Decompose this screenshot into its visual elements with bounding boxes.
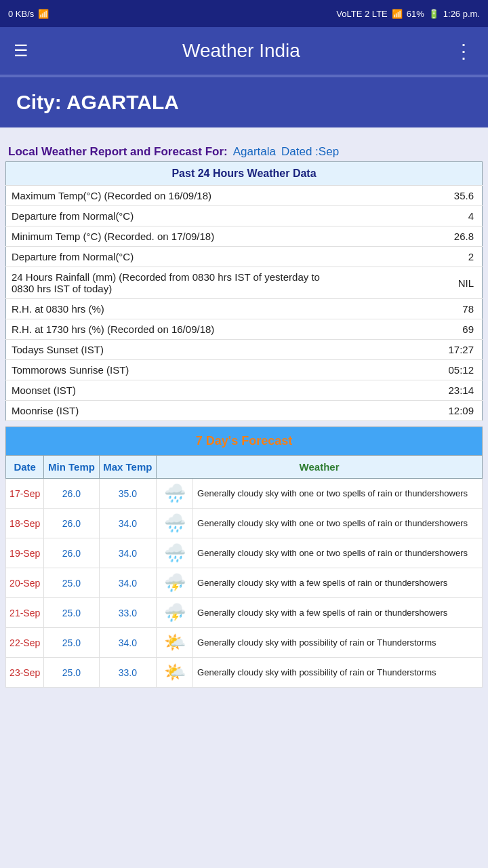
forecast-min-temp: 26.0 — [44, 479, 99, 509]
row-value: 12:09 — [330, 401, 483, 421]
row-value: 2 — [330, 247, 483, 267]
table-row: Departure from Normal(°C)4 — [6, 206, 483, 226]
battery-icon: 🔋 — [428, 9, 439, 19]
data-speed: 0 KB/s — [8, 9, 34, 19]
forecast-min-temp: 26.0 — [44, 509, 99, 538]
forecast-row: 19-Sep26.034.0🌧️Generally cloudy sky wit… — [6, 538, 483, 568]
menu-button[interactable]: ☰ — [14, 41, 28, 60]
forecast-header: 7 Day's Forecast — [5, 427, 483, 455]
forecast-weather-icon: 🌤️ — [157, 628, 193, 658]
table-row: R.H. at 1730 hrs (%) (Recorded on 16/09/… — [6, 319, 483, 340]
past-24-hours-table: Past 24 Hours Weather Data Maximum Temp(… — [5, 161, 483, 421]
forecast-weather-desc: Generally cloudy sky with one or two spe… — [193, 538, 483, 568]
status-left: 0 KB/s 📶 — [8, 9, 49, 19]
more-options-button[interactable]: ⋮ — [454, 40, 474, 62]
forecast-date: 21-Sep — [6, 598, 44, 628]
table-row: Maximum Temp(°C) (Recorded on 16/09/18)3… — [6, 186, 483, 206]
carrier-info: VoLTE 2 LTE — [336, 9, 387, 19]
forecast-weather-desc: Generally cloudy sky with possibility of… — [193, 628, 483, 658]
forecast-date: 19-Sep — [6, 538, 44, 568]
forecast-max-temp: 35.0 — [99, 479, 157, 509]
battery-level: 61% — [407, 9, 424, 19]
row-label: R.H. at 1730 hrs (%) (Recorded on 16/09/… — [6, 319, 330, 340]
row-value: NIL — [330, 267, 483, 299]
status-right: VoLTE 2 LTE 📶 61% 🔋 1:26 p.m. — [336, 9, 480, 19]
forecast-date: 18-Sep — [6, 509, 44, 538]
forecast-row: 21-Sep25.033.0⛈️Generally cloudy sky wit… — [6, 598, 483, 628]
col-date: Date — [6, 456, 44, 479]
wifi-icon: 📶 — [38, 9, 49, 19]
app-title: Weather India — [182, 40, 300, 62]
report-city: Agartala — [233, 145, 276, 159]
forecast-date: 20-Sep — [6, 568, 44, 598]
forecast-min-temp: 25.0 — [44, 598, 99, 628]
forecast-min-temp: 25.0 — [44, 658, 99, 688]
report-date: Dated :Sep — [281, 145, 339, 159]
clock: 1:26 p.m. — [443, 9, 480, 19]
row-label: Departure from Normal(°C) — [6, 206, 330, 226]
table-row: Departure from Normal(°C)2 — [6, 247, 483, 267]
forecast-table: Date Min Temp Max Temp Weather 17-Sep26.… — [5, 455, 483, 688]
forecast-row: 23-Sep25.033.0🌤️Generally cloudy sky wit… — [6, 658, 483, 688]
row-label: Tommorows Sunrise (IST) — [6, 360, 330, 380]
table-section-header: Past 24 Hours Weather Data — [6, 162, 483, 186]
city-banner: City: AGARTALA — [0, 77, 488, 127]
forecast-min-temp: 25.0 — [44, 568, 99, 598]
table-row: R.H. at 0830 hrs (%)78 — [6, 299, 483, 319]
forecast-max-temp: 34.0 — [99, 538, 157, 568]
row-label: Departure from Normal(°C) — [6, 247, 330, 267]
forecast-weather-desc: Generally cloudy sky with a few spells o… — [193, 598, 483, 628]
row-label: Minimum Temp (°C) (Recorded. on 17/09/18… — [6, 226, 330, 247]
forecast-min-temp: 25.0 — [44, 628, 99, 658]
forecast-weather-icon: ⛈️ — [157, 598, 193, 628]
forecast-weather-icon: 🌧️ — [157, 509, 193, 538]
forecast-max-temp: 34.0 — [99, 509, 157, 538]
status-bar: 0 KB/s 📶 VoLTE 2 LTE 📶 61% 🔋 1:26 p.m. — [0, 0, 488, 27]
app-bar: ☰ Weather India ⋮ — [0, 27, 488, 75]
col-weather: Weather — [157, 456, 483, 479]
forecast-weather-icon: ⛈️ — [157, 568, 193, 598]
forecast-max-temp: 34.0 — [99, 568, 157, 598]
forecast-row: 18-Sep26.034.0🌧️Generally cloudy sky wit… — [6, 509, 483, 538]
table-row: Minimum Temp (°C) (Recorded. on 17/09/18… — [6, 226, 483, 247]
forecast-weather-desc: Generally cloudy sky with possibility of… — [193, 658, 483, 688]
forecast-min-temp: 26.0 — [44, 538, 99, 568]
row-label: Moonrise (IST) — [6, 401, 330, 421]
forecast-max-temp: 33.0 — [99, 598, 157, 628]
city-name: City: AGARTALA — [16, 91, 179, 113]
row-label: Moonset (IST) — [6, 380, 330, 401]
table-row: Todays Sunset (IST)17:27 — [6, 340, 483, 360]
table-row: Moonset (IST)23:14 — [6, 380, 483, 401]
row-value: 69 — [330, 319, 483, 340]
row-value: 23:14 — [330, 380, 483, 401]
forecast-max-temp: 34.0 — [99, 628, 157, 658]
table-row: Tommorows Sunrise (IST)05:12 — [6, 360, 483, 380]
row-value: 17:27 — [330, 340, 483, 360]
forecast-date: 22-Sep — [6, 628, 44, 658]
report-header: Local Weather Report and Forecast For: A… — [5, 145, 483, 159]
row-label: Maximum Temp(°C) (Recorded on 16/09/18) — [6, 186, 330, 206]
row-value: 78 — [330, 299, 483, 319]
col-max-temp: Max Temp — [99, 456, 157, 479]
row-label: R.H. at 0830 hrs (%) — [6, 299, 330, 319]
main-content: Local Weather Report and Forecast For: A… — [0, 138, 488, 694]
forecast-weather-icon: 🌤️ — [157, 658, 193, 688]
row-value: 4 — [330, 206, 483, 226]
forecast-row: 22-Sep25.034.0🌤️Generally cloudy sky wit… — [6, 628, 483, 658]
col-min-temp: Min Temp — [44, 456, 99, 479]
forecast-row: 17-Sep26.035.0🌧️Generally cloudy sky wit… — [6, 479, 483, 509]
past24-title: Past 24 Hours Weather Data — [6, 162, 483, 186]
report-title: Local Weather Report and Forecast For: — [8, 145, 228, 159]
row-label: Todays Sunset (IST) — [6, 340, 330, 360]
row-value: 35.6 — [330, 186, 483, 206]
signal-icon: 📶 — [392, 9, 403, 19]
forecast-date: 23-Sep — [6, 658, 44, 688]
row-label: 24 Hours Rainfall (mm) (Recorded from 08… — [6, 267, 330, 299]
row-value: 26.8 — [330, 226, 483, 247]
forecast-weather-desc: Generally cloudy sky with a few spells o… — [193, 568, 483, 598]
table-row: 24 Hours Rainfall (mm) (Recorded from 08… — [6, 267, 483, 299]
forecast-weather-desc: Generally cloudy sky with one or two spe… — [193, 479, 483, 509]
forecast-weather-desc: Generally cloudy sky with one or two spe… — [193, 509, 483, 538]
forecast-date: 17-Sep — [6, 479, 44, 509]
forecast-max-temp: 33.0 — [99, 658, 157, 688]
